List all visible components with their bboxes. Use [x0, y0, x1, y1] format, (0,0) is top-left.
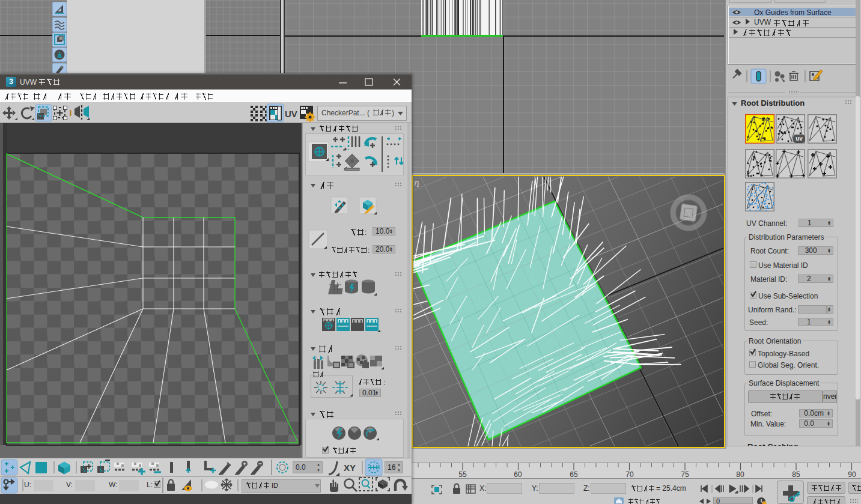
svg-text:XY: XY: [344, 463, 356, 473]
